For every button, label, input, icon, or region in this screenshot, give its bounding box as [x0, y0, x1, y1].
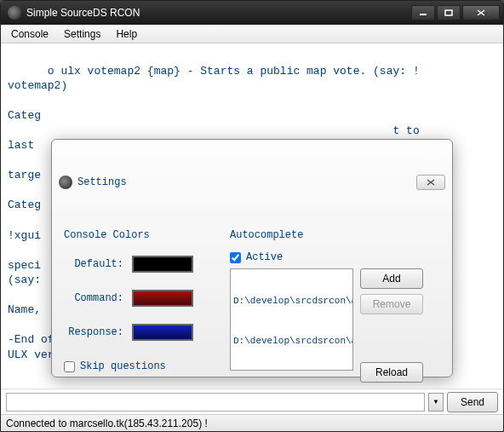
- status-text: Connected to marcsello.tk(185.43.211.205…: [6, 418, 208, 429]
- menubar: Console Settings Help: [1, 25, 503, 43]
- history-dropdown-button[interactable]: ▼: [428, 393, 444, 412]
- dialog-close-button[interactable]: [416, 175, 445, 190]
- command-color-swatch[interactable]: [132, 290, 193, 307]
- remove-button[interactable]: Remove: [360, 294, 423, 314]
- minimize-button[interactable]: [411, 5, 435, 20]
- maximize-button[interactable]: [437, 5, 461, 20]
- console-output: o ulx votemap2 {map} - Starts a public m…: [1, 43, 503, 389]
- command-color-label: Command:: [64, 291, 123, 305]
- skip-questions-checkbox[interactable]: Skip questions: [64, 360, 221, 373]
- menu-settings[interactable]: Settings: [57, 26, 107, 42]
- titlebar[interactable]: Simple SourceDS RCON: [1, 1, 503, 25]
- default-color-label: Default:: [64, 257, 123, 271]
- autocomplete-label: Autocomplete: [230, 228, 440, 242]
- close-button[interactable]: [462, 5, 500, 20]
- reload-button[interactable]: Reload: [360, 362, 423, 383]
- send-button[interactable]: Send: [447, 392, 498, 412]
- list-item[interactable]: D:\develop\srcdsrcon\aut: [231, 334, 352, 348]
- dialog-titlebar[interactable]: Settings: [52, 170, 452, 195]
- skip-questions-input[interactable]: [64, 361, 75, 372]
- main-window: Simple SourceDS RCON Console Settings He…: [0, 0, 504, 432]
- menu-help[interactable]: Help: [109, 26, 144, 42]
- menu-console[interactable]: Console: [4, 26, 55, 42]
- command-input[interactable]: [6, 393, 425, 412]
- console-colors-label: Console Colors: [64, 228, 221, 242]
- default-color-swatch[interactable]: [132, 256, 193, 273]
- autocomplete-listbox[interactable]: D:\develop\srcdsrcon\aut D:\develop\srcd…: [230, 268, 353, 371]
- active-checkbox[interactable]: Active: [230, 251, 440, 264]
- response-color-label: Response:: [64, 325, 123, 339]
- statusbar: Connected to marcsello.tk(185.43.211.205…: [1, 414, 503, 431]
- active-input[interactable]: [230, 252, 241, 263]
- dialog-title: Settings: [77, 176, 416, 189]
- add-button[interactable]: Add: [360, 268, 423, 289]
- app-icon: [8, 6, 21, 20]
- window-title: Simple SourceDS RCON: [26, 7, 411, 19]
- command-input-row: ▼ Send: [1, 389, 503, 414]
- svg-rect-1: [445, 10, 452, 15]
- dialog-app-icon: [59, 176, 72, 189]
- list-item[interactable]: D:\develop\srcdsrcon\aut: [231, 294, 352, 308]
- settings-dialog: Settings Console Colors Default: Command…: [51, 139, 453, 377]
- response-color-swatch[interactable]: [132, 324, 193, 341]
